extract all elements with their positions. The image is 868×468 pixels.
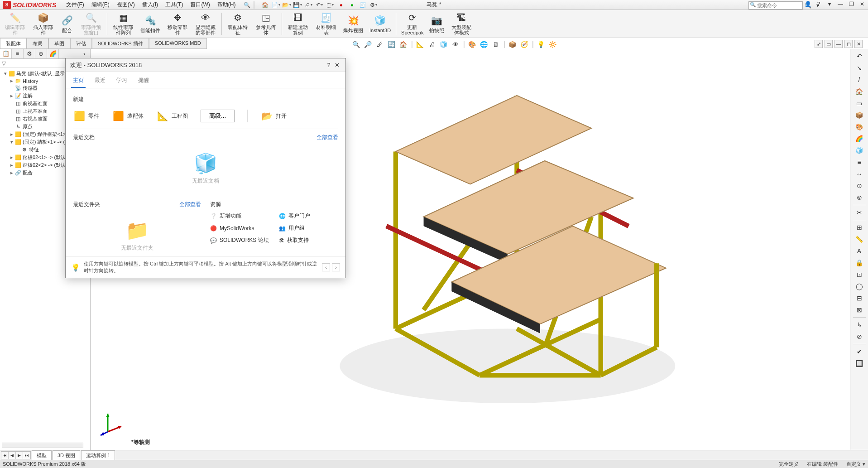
rt-btn-26[interactable]: ⊘ <box>853 331 866 342</box>
expand-icon[interactable]: ▾ <box>9 139 14 145</box>
menu-帮助(H)[interactable]: 帮助(H) <box>214 0 240 10</box>
open-icon[interactable]: 📂 <box>282 0 292 10</box>
ribbon-更新Speedpak[interactable]: ⟳更新Speedpak <box>399 11 425 37</box>
menu-文件(F)[interactable]: 文件(F) <box>62 0 87 10</box>
feature-tab-评估[interactable]: 评估 <box>70 38 92 48</box>
rebuild-green-icon[interactable]: ● <box>347 0 357 10</box>
expand-icon[interactable]: ▸ <box>9 154 14 160</box>
rt-btn-5[interactable]: 📦 <box>853 110 866 121</box>
ribbon-爆炸视图[interactable]: 💥爆炸视图 <box>341 11 365 37</box>
menu-search-icon[interactable]: 🔍 <box>242 0 252 10</box>
help-drop-icon[interactable]: ▾ <box>825 0 834 8</box>
rt-btn-8[interactable]: 🧊 <box>853 145 866 156</box>
ribbon-显示隐藏的零部件[interactable]: 👁显示隐藏的零部件 <box>192 11 219 37</box>
ribbon-Instant3D[interactable]: 🧊Instant3D <box>367 11 393 37</box>
print-icon[interactable]: 🖨 <box>303 0 313 10</box>
select-icon[interactable]: ⬚ <box>325 0 335 10</box>
advanced-button[interactable]: 高级... <box>201 110 235 122</box>
ribbon-拍快照[interactable]: 📷拍快照 <box>427 11 446 37</box>
bottom-tab-运动算例 1[interactable]: 运动算例 1 <box>81 450 115 460</box>
close-icon[interactable]: ✕ <box>858 0 866 8</box>
panel-hscroll[interactable] <box>2 443 83 448</box>
feature-tab-SOLIDWORKS MBD[interactable]: SOLIDWORKS MBD <box>149 38 207 48</box>
rt-btn-21[interactable]: ◯ <box>853 281 866 292</box>
menu-视图(V)[interactable]: 视图(V) <box>113 0 139 10</box>
fm-tab-4[interactable]: 🌈 <box>47 49 59 58</box>
doc-win-2[interactable]: — <box>834 40 843 48</box>
rt-btn-6[interactable]: 🎨 <box>853 121 866 132</box>
bt-nav-3[interactable]: ⏭ <box>23 452 30 459</box>
resource-新增功能[interactable]: ❔新增功能 <box>210 212 270 220</box>
expand-icon[interactable]: ▸ <box>9 131 14 137</box>
feature-tab-装配体[interactable]: 装配体 <box>0 38 27 48</box>
rt-btn-10[interactable]: ↔ <box>853 169 866 179</box>
resource-SOLIDWORKS 论坛[interactable]: 💬SOLIDWORKS 论坛 <box>210 236 270 244</box>
rebuild-icon[interactable]: ● <box>336 0 346 10</box>
welcome-tab-最近[interactable]: 最近 <box>93 74 107 88</box>
hud-btn-2[interactable]: 🖊 <box>375 40 384 49</box>
hud-btn-7[interactable]: 🧊 <box>439 40 448 49</box>
open-button[interactable]: 📂 打开 <box>260 110 287 122</box>
hud-btn-1[interactable]: 🔎 <box>364 40 373 49</box>
hud-btn-10[interactable]: 🌐 <box>480 40 489 49</box>
resource-MySolidWorks[interactable]: 🔴MySolidWorks <box>210 224 270 232</box>
doc-win-4[interactable]: ✕ <box>854 40 863 48</box>
bt-nav-0[interactable]: ⏮ <box>1 452 9 459</box>
rt-btn-23[interactable]: ⊠ <box>853 304 866 315</box>
menu-编辑(E)[interactable]: 编辑(E) <box>88 0 113 10</box>
fm-more-icon[interactable]: › <box>78 49 90 58</box>
expand-icon[interactable]: ▾ <box>3 71 8 77</box>
ribbon-智能扣件[interactable]: 🔩智能扣件 <box>138 11 163 37</box>
hud-btn-14[interactable]: 💡 <box>537 40 546 49</box>
new-工程图[interactable]: 📐工程图 <box>156 110 188 122</box>
ribbon-新建运动算例[interactable]: 🎞新建运动算例 <box>285 11 311 37</box>
rt-btn-16[interactable]: ⊞ <box>853 222 866 233</box>
help-icon[interactable]: ? <box>815 0 823 8</box>
ribbon-配合[interactable]: 🔗配合 <box>58 11 76 37</box>
resource-客户门户[interactable]: 🌐客户门户 <box>279 212 339 220</box>
rt-btn-29[interactable]: 🔲 <box>853 358 866 369</box>
rt-btn-18[interactable]: A <box>853 246 866 256</box>
rt-btn-14[interactable]: ✂ <box>853 207 866 218</box>
resource-获取支持[interactable]: 🛠获取支持 <box>279 236 339 244</box>
hud-btn-8[interactable]: 👁 <box>451 40 460 49</box>
ribbon-装配体特征[interactable]: ⚙装配体特征 <box>225 11 251 37</box>
options-icon[interactable]: 🧾 <box>358 0 368 10</box>
welcome-close-icon[interactable]: ✕ <box>333 61 341 69</box>
expand-icon[interactable]: ▸ <box>9 93 14 99</box>
undo-icon[interactable]: ↶ <box>314 0 324 10</box>
tip-next-icon[interactable]: › <box>332 263 340 271</box>
restore-icon[interactable]: ❐ <box>847 0 855 8</box>
rt-btn-7[interactable]: 🌈 <box>853 133 866 144</box>
hud-btn-3[interactable]: 🔄 <box>387 40 396 49</box>
expand-icon[interactable]: ▸ <box>9 162 14 168</box>
save-icon[interactable]: 💾 <box>293 0 302 10</box>
rt-btn-2[interactable]: / <box>853 74 866 85</box>
bt-nav-2[interactable]: ▶ <box>16 452 23 459</box>
hud-btn-11[interactable]: 🖥 <box>491 40 500 49</box>
expand-icon[interactable]: ▸ <box>9 78 14 84</box>
expand-icon[interactable]: ▸ <box>9 170 14 176</box>
hud-btn-15[interactable]: 🔆 <box>548 40 557 49</box>
recent-folders-viewall[interactable]: 全部查看 <box>179 201 201 208</box>
bottom-tab-模型[interactable]: 模型 <box>32 450 52 460</box>
rt-btn-19[interactable]: 🔒 <box>853 257 866 268</box>
user-icon[interactable]: 👤 <box>804 0 812 8</box>
bottom-tab-3D 视图[interactable]: 3D 视图 <box>53 450 80 460</box>
hud-btn-13[interactable]: 🧭 <box>520 40 529 49</box>
hud-btn-9[interactable]: 🎨 <box>468 40 477 49</box>
feature-tab-草图[interactable]: 草图 <box>48 38 70 48</box>
hud-btn-4[interactable]: 🏠 <box>399 40 408 49</box>
ribbon-线性零部件阵列[interactable]: ▦线性零部件阵列 <box>110 11 136 37</box>
ribbon-参考几何体[interactable]: ◳参考几何体 <box>253 11 279 37</box>
fm-tab-1[interactable]: ≡ <box>12 49 24 58</box>
new-icon[interactable]: 📄 <box>271 0 281 10</box>
new-装配体[interactable]: 🟧装配体 <box>112 110 144 122</box>
ribbon-插入零部件[interactable]: 📦插入零部件 <box>30 11 56 37</box>
rt-btn-12[interactable]: ⊚ <box>853 192 866 203</box>
ribbon-材料明细表[interactable]: 🧾材料明细表 <box>313 11 339 37</box>
welcome-tab-提醒[interactable]: 提醒 <box>136 74 151 88</box>
rt-btn-3[interactable]: 🏠 <box>853 86 866 97</box>
recent-docs-viewall[interactable]: 全部查看 <box>317 134 338 141</box>
settings-icon[interactable]: ⚙ <box>369 0 379 10</box>
